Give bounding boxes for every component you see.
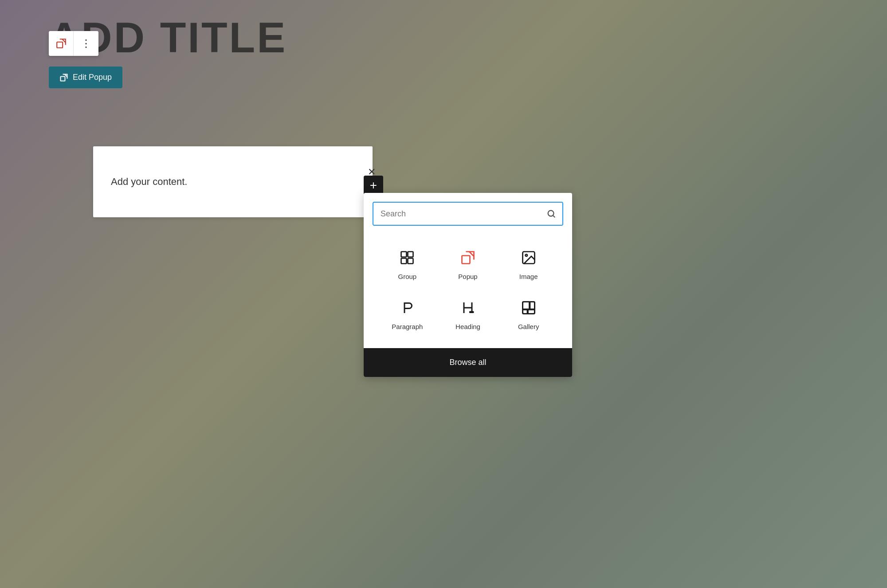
more-icon: ⋮ <box>81 37 91 50</box>
group-icon <box>397 248 417 267</box>
svg-rect-14 <box>522 310 527 314</box>
edit-popup-label: Edit Popup <box>73 73 112 82</box>
block-toolbar: ⋮ <box>49 31 98 56</box>
heading-label: Heading <box>455 323 480 330</box>
svg-rect-12 <box>522 302 529 310</box>
add-block-button[interactable]: + <box>364 176 383 195</box>
svg-rect-0 <box>57 42 63 48</box>
search-container <box>364 193 572 230</box>
more-options-button[interactable]: ⋮ <box>74 31 98 56</box>
search-icon <box>546 209 556 219</box>
external-link-icon <box>59 73 68 82</box>
heading-block-icon <box>458 298 478 318</box>
svg-rect-11 <box>522 302 534 314</box>
content-placeholder-text: Add your content. <box>111 176 187 188</box>
edit-popup-button[interactable]: Edit Popup <box>49 67 122 88</box>
block-item-gallery[interactable]: Gallery <box>498 289 559 339</box>
popup-label: Popup <box>458 273 477 280</box>
plus-icon: + <box>370 178 377 192</box>
gallery-label: Gallery <box>518 323 539 330</box>
svg-point-9 <box>525 255 527 257</box>
search-input[interactable] <box>373 203 540 225</box>
image-block-icon <box>519 248 538 267</box>
block-item-group[interactable]: Group <box>377 239 438 289</box>
browse-all-button[interactable]: Browse all <box>364 348 572 377</box>
block-item-heading[interactable]: Heading <box>438 289 498 339</box>
group-label: Group <box>398 273 416 280</box>
block-item-popup[interactable]: Popup <box>438 239 498 289</box>
svg-rect-6 <box>408 259 413 264</box>
svg-rect-5 <box>401 259 407 264</box>
search-input-wrapper <box>373 202 563 226</box>
popup-block-icon <box>458 248 478 267</box>
popup-icon-button[interactable] <box>49 31 74 56</box>
image-label: Image <box>519 273 538 280</box>
block-item-paragraph[interactable]: Paragraph <box>377 289 438 339</box>
paragraph-block-icon <box>397 298 417 318</box>
gallery-block-icon <box>519 298 538 318</box>
svg-rect-15 <box>528 310 534 314</box>
svg-point-2 <box>548 211 554 216</box>
search-button[interactable] <box>540 203 562 225</box>
svg-rect-13 <box>530 302 535 310</box>
svg-rect-1 <box>61 76 65 81</box>
svg-rect-7 <box>462 256 470 264</box>
svg-rect-10 <box>469 311 474 314</box>
paragraph-label: Paragraph <box>392 323 423 330</box>
block-item-image[interactable]: Image <box>498 239 559 289</box>
content-block: Add your content. <box>93 146 373 217</box>
svg-rect-4 <box>408 252 413 257</box>
block-grid: Group Popup Image <box>364 230 572 348</box>
block-inserter-panel: Group Popup Image <box>364 193 572 377</box>
svg-rect-3 <box>401 252 407 257</box>
